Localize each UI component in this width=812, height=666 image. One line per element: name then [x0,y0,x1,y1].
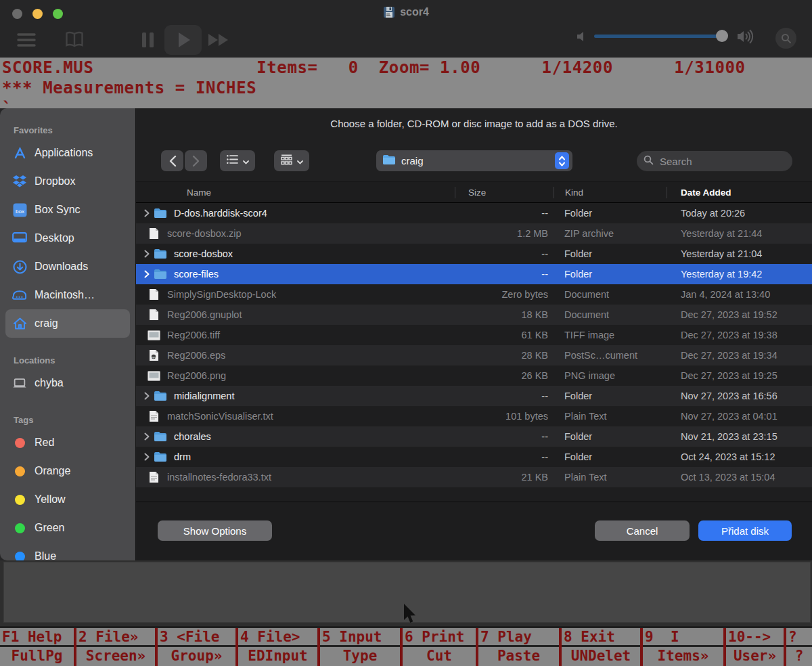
fkey-8-exit[interactable]: 8 ExitUNDelet [562,628,643,666]
file-size: 21 KB [455,472,554,483]
file-row-d-dos-harddisk-scor4[interactable]: D-dos.harddisk-scor4--FolderToday at 20:… [136,203,812,223]
disclosure-chevron-icon[interactable] [140,209,154,217]
sidebar-tag-yellow[interactable]: Yellow [5,485,130,514]
list-view-button[interactable] [220,150,255,171]
file-row-installnotes-fedora33-txt[interactable]: installnotes-fedora33.txt21 KBPlain Text… [136,467,812,487]
disclosure-chevron-icon[interactable] [140,392,154,400]
disclosure-chevron-icon[interactable] [140,453,154,461]
fkey-3-file[interactable]: 3 <FileGroup» [158,628,238,666]
svg-text:box: box [16,208,24,214]
sidebar-item-craig[interactable]: craig [5,309,130,338]
column-header-size[interactable]: Size [455,182,554,202]
sidebar-tag-orange[interactable]: Orange [5,457,130,485]
file-size: 26 KB [455,370,554,381]
tags-list: RedOrangeYellowGreenBlue [5,428,130,560]
fkey-4-file[interactable]: 4 File>EDInput [238,628,320,666]
sidebar-tag-green[interactable]: Green [5,514,130,542]
add-disk-button[interactable]: Přidat disk [698,520,792,541]
volume-slider-track[interactable] [594,35,727,38]
sidebar-tag-red[interactable]: Red [5,428,130,457]
file-row-reg2006-png[interactable]: Reg2006.png26 KBPNG imageDec 27, 2023 at… [136,365,812,386]
book-icon[interactable] [65,31,84,51]
file-row-reg2006-gnuplot[interactable]: Reg2006.gnuplot18 KBDocumentDec 27, 2023… [136,305,812,325]
show-options-button[interactable]: Show Options [158,520,272,541]
file-date-added: Nov 27, 2023 at 16:56 [667,391,812,401]
volume-slider-knob[interactable] [716,30,728,42]
tag-color-dot [15,466,25,476]
fkey-top-label: 5 Input [320,628,400,647]
fkey-f1-help[interactable]: F1 HelpFullPg [0,628,76,666]
tags-section-label: Tags [14,415,130,425]
file-row-score-dosbox-zip[interactable]: score-dosbox.zip1.2 MBZIP archiveYesterd… [136,223,812,244]
file-row-midialignment[interactable]: midialignment--FolderNov 27, 2023 at 16:… [136,386,812,406]
file-date-added: Dec 27, 2023 at 19:52 [667,309,812,320]
fkey-[interactable]: ?? [786,628,812,666]
current-folder-dropdown[interactable]: craig [376,150,572,171]
fkey-7-play[interactable]: 7 PlayPaste [478,628,562,666]
cancel-button[interactable]: Cancel [595,520,690,541]
svg-text:eps: eps [151,355,155,359]
column-header-name[interactable]: Name [136,182,455,202]
fkey-9-i[interactable]: 9 IItems» [643,628,726,666]
file-name: chorales [174,431,211,442]
file-kind: Folder [554,431,667,442]
file-kind: Plain Text [554,411,667,422]
titlebar-search-icon[interactable] [775,28,796,49]
group-view-icon [281,154,292,168]
sidebar-item-label: Dropbox [35,175,75,187]
group-view-button[interactable] [274,150,309,171]
disclosure-chevron-icon[interactable] [140,270,154,278]
file-name: midialignment [174,391,234,401]
sidebar-item-applications[interactable]: Applications [5,139,130,167]
sidebar-item-label: Downloads [35,261,88,273]
fkey-10[interactable]: 10-->User» [726,628,786,666]
search-input[interactable] [658,155,773,168]
pause-icon[interactable] [141,31,156,51]
fkey-2-file[interactable]: 2 File»Screen» [76,628,158,666]
tag-color-dot [15,552,25,561]
sidebar-item-dropbox[interactable]: Dropbox [5,167,130,196]
fkey-6-print[interactable]: 6 PrintCut [403,628,478,666]
volume-loud-icon[interactable] [736,28,755,47]
fkey-bottom-label: Cut [403,647,476,666]
file-table: Name Size Kind Date Added D-dos.harddisk… [136,181,812,502]
column-header-date-added[interactable]: Date Added [667,182,812,202]
fkey-bottom-label: UNDelet [562,647,640,666]
forward-button[interactable] [185,150,207,171]
fkey-5-input[interactable]: 5 InputType [320,628,403,666]
sidebar-item-box-sync[interactable]: boxBox Sync [5,196,130,224]
file-kind: Plain Text [554,472,667,483]
sidebar-item-label: Applications [35,147,93,159]
document-icon [147,288,160,301]
file-row-drm[interactable]: drm--FolderOct 24, 2023 at 15:12 [136,447,812,467]
file-row-simplysigndesktop-lock[interactable]: SimplySignDesktop-LockZero bytesDocument… [136,284,812,305]
sidebar-item-desktop[interactable]: Desktop [5,224,130,252]
volume-mute-icon[interactable] [575,30,589,46]
play-button[interactable] [164,25,202,55]
sidebar-tag-blue[interactable]: Blue [5,542,130,560]
column-header-kind[interactable]: Kind [554,182,667,202]
sidebar-item-downloads[interactable]: Downloads [5,252,130,281]
tag-color-dot [15,438,25,448]
file-kind: Folder [554,208,667,219]
menu-hamburger-icon[interactable] [16,31,37,51]
fast-forward-icon[interactable] [207,32,231,50]
file-row-score-dosbox[interactable]: score-dosbox--FolderYesterday at 21:04 [136,244,812,264]
list-view-icon [227,154,238,167]
disclosure-chevron-icon[interactable] [140,432,154,441]
file-kind: ZIP archive [554,228,667,239]
disclosure-chevron-icon[interactable] [140,250,154,258]
file-row-chorales[interactable]: chorales--FolderNov 21, 2023 at 23:15 [136,426,812,447]
file-row-score-files[interactable]: score-files--FolderYesterday at 19:42 [136,264,812,284]
search-field[interactable] [637,151,792,171]
table-header: Name Size Kind Date Added [136,182,812,203]
sidebar-item-macintosh[interactable]: Macintosh… [5,281,130,309]
file-row-matchsonicvisualiser-txt[interactable]: matchSonicVisualiser.txt101 bytesPlain T… [136,406,812,426]
locations-list: chyba [5,369,130,397]
titlebar: scor4 [0,0,812,58]
back-button[interactable] [161,150,183,171]
fkey-top-label: 7 Play [478,628,559,647]
file-row-reg2006-tiff[interactable]: Reg2006.tiff61 KBTIFF imageDec 27, 2023 … [136,325,812,345]
file-row-reg2006-eps[interactable]: epsReg2006.eps28 KBPostSc…cumentDec 27, … [136,345,812,365]
sidebar-item-chyba[interactable]: chyba [5,369,130,397]
